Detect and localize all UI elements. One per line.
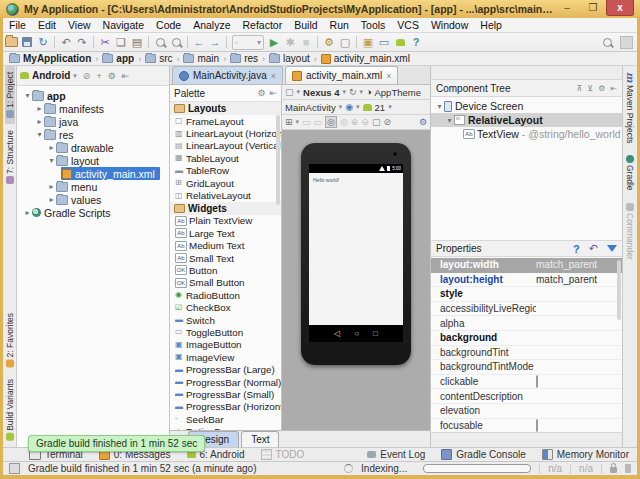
breadcrumb-activity-main-xml[interactable]: activity_main.xml xyxy=(319,53,412,64)
palette-item-imagebutton[interactable]: ▣ImageButton xyxy=(170,339,281,351)
zoom-in-icon[interactable]: ⊕ xyxy=(351,117,359,127)
focusable-checkbox[interactable] xyxy=(536,419,538,432)
component-node-textview[interactable]: AbTextView- @string/hello_world xyxy=(431,127,622,141)
expand-arrow-icon[interactable]: ▾ xyxy=(47,156,56,165)
close-tab-icon[interactable]: × xyxy=(271,71,276,81)
tool-button-structure[interactable]: 7: Structure xyxy=(5,124,15,190)
palette-item-small-button[interactable]: OKSmall Button xyxy=(170,277,281,289)
tree-node-java[interactable]: ▸java xyxy=(17,115,169,128)
menu-refactor[interactable]: Refactor xyxy=(237,18,289,32)
expand-arrow-icon[interactable]: ▾ xyxy=(445,116,454,125)
device-selector[interactable]: Nexus 4 xyxy=(303,87,339,98)
tool-button-maven-projects[interactable]: mMaven Projects xyxy=(625,66,636,149)
expand-all-icon[interactable]: ⊼ xyxy=(576,84,582,93)
chevron-down-icon[interactable]: ▾ xyxy=(73,72,77,80)
palette-item-linearlayout-v[interactable]: ▤LinearLayout (Vertical) xyxy=(170,140,281,152)
zoom-fit-icon[interactable]: ◎ xyxy=(340,117,348,127)
menu-navigate[interactable]: Navigate xyxy=(97,18,150,32)
settings-wrench-button[interactable]: ⚙ xyxy=(321,35,337,50)
palette-item-switch[interactable]: ▬Switch xyxy=(170,314,281,326)
find-in-path-button[interactable] xyxy=(168,35,184,50)
menu-edit[interactable]: Edit xyxy=(32,18,62,32)
menu-analyze[interactable]: Analyze xyxy=(187,18,236,32)
device-config-icon[interactable]: ▢ xyxy=(285,87,294,97)
project-structure-button[interactable]: ▢ xyxy=(337,35,353,50)
filter-icon[interactable]: ⊘ xyxy=(83,71,91,81)
collapse-arrow-icon[interactable]: ▸ xyxy=(47,182,56,191)
tab-activity-main-xml[interactable]: activity_main.xml× xyxy=(285,66,398,84)
palette-item-linearlayout-h[interactable]: ▥LinearLayout (Horizontal) xyxy=(170,127,281,139)
menu-file[interactable]: File xyxy=(3,18,32,32)
palette-item-medium-text[interactable]: AbMedium Text xyxy=(170,240,281,252)
property-row-accessibilityliveregion[interactable]: accessibilityLiveRegion xyxy=(431,302,622,317)
palette-item-plain-textview[interactable]: AbPlain TextView xyxy=(170,215,281,227)
orientation-icon[interactable]: ↻ xyxy=(349,87,357,97)
tree-node-manifests[interactable]: ▸manifests xyxy=(17,102,169,115)
locale-globe-icon[interactable]: ◉ xyxy=(345,102,353,112)
design-canvas[interactable]: 5:00 Hello world! ◁ ○ □ xyxy=(282,130,430,430)
palette-item-togglebutton[interactable]: ▭ToggleButton xyxy=(170,326,281,338)
help-icon[interactable]: ? xyxy=(573,243,580,255)
menu-code[interactable]: Code xyxy=(150,18,187,32)
collapse-arrow-icon[interactable]: ▸ xyxy=(23,208,32,217)
property-row-style[interactable]: style xyxy=(431,287,622,302)
sdk-manager-button[interactable]: ▣ xyxy=(360,35,376,50)
save-button[interactable] xyxy=(19,35,35,50)
tree-node-gradle-scripts[interactable]: ▸Gradle Scripts xyxy=(17,206,169,219)
palette-item-framelayout[interactable]: ▢FrameLayout xyxy=(170,115,281,127)
property-row-backgroundtintmode[interactable]: backgroundTintMode xyxy=(431,360,622,375)
palette-item-checkbox[interactable]: ☑CheckBox xyxy=(170,301,281,313)
find-button[interactable] xyxy=(152,35,168,50)
render-settings-gear-icon[interactable]: ⚙ xyxy=(419,117,427,127)
redo-button[interactable]: ↷ xyxy=(74,35,90,50)
breadcrumb-myapplication[interactable]: MyApplication xyxy=(7,53,93,64)
tab-text[interactable]: Text xyxy=(241,431,279,447)
breadcrumb-app[interactable]: app xyxy=(100,53,136,64)
palette-scrollbar[interactable] xyxy=(276,115,280,205)
palette-item-progressbar-normal[interactable]: ▬ProgressBar (Normal) xyxy=(170,376,281,388)
palette-item-progressbar-large[interactable]: ▬ProgressBar (Large) xyxy=(170,363,281,375)
tool-button-todo[interactable]: TODO xyxy=(261,449,305,460)
tool-button-gradle[interactable]: Gradle xyxy=(625,149,635,197)
toolwindow-switcher-icon[interactable] xyxy=(9,463,20,474)
palette-item-large-text[interactable]: AbLarge Text xyxy=(170,227,281,239)
run-configuration-combo[interactable]: ▫▾ xyxy=(232,35,264,50)
run-button[interactable]: ▶ xyxy=(266,35,282,50)
help-button[interactable]: ? xyxy=(408,35,424,50)
android-monitor-button[interactable] xyxy=(392,35,408,50)
open-button[interactable] xyxy=(3,35,19,50)
theme-selector[interactable]: AppTheme xyxy=(374,87,420,98)
stop-button[interactable]: ■ xyxy=(298,35,314,50)
palette-item-progressbar-small[interactable]: ▬ProgressBar (Small) xyxy=(170,388,281,400)
collapse-arrow-icon[interactable]: ▸ xyxy=(35,117,44,126)
property-row-clickable[interactable]: clickable xyxy=(431,375,622,390)
selected-mode-icon[interactable]: ◎ xyxy=(325,116,337,128)
property-row-alpha[interactable]: alpha xyxy=(431,316,622,331)
palette-item-imageview[interactable]: ▣ImageView xyxy=(170,351,281,363)
palette-item-seekbar[interactable]: ◦SeekBar xyxy=(170,413,281,425)
menu-tools[interactable]: Tools xyxy=(355,18,392,32)
forward-button[interactable]: → xyxy=(207,35,223,50)
breadcrumb-res[interactable]: res xyxy=(228,53,260,64)
filter-funnel-icon[interactable] xyxy=(607,245,617,252)
palette-item-button[interactable]: OKButton xyxy=(170,264,281,276)
api-level-selector[interactable]: 21 xyxy=(375,102,386,113)
layout-mode-icon[interactable]: ▭ xyxy=(302,117,311,127)
collapse-arrow-icon[interactable]: ▸ xyxy=(47,143,56,152)
tool-button-commander[interactable]: Commander xyxy=(625,197,635,266)
close-button[interactable]: x xyxy=(606,0,634,16)
minimize-button[interactable]: – xyxy=(554,0,580,15)
palette-item-small-text[interactable]: AbSmall Text xyxy=(170,252,281,264)
avd-manager-button[interactable]: ▭ xyxy=(376,35,392,50)
tree-node-app[interactable]: ▾app xyxy=(17,89,169,102)
collapse-all-icon[interactable]: ⊻ xyxy=(587,84,593,93)
tool-button-gradle-console[interactable]: Gradle Console xyxy=(441,449,525,460)
menu-run[interactable]: Run xyxy=(324,18,355,32)
zoom-variant-icon[interactable]: ⊞ xyxy=(285,117,293,127)
property-row-background[interactable]: background xyxy=(431,331,622,346)
search-everywhere-button[interactable] xyxy=(603,36,633,49)
property-row-focusable[interactable]: focusable xyxy=(431,419,622,433)
reset-icon[interactable]: ↶ xyxy=(589,242,598,255)
properties-scrollbar[interactable] xyxy=(617,260,621,320)
tree-node-menu[interactable]: ▸menu xyxy=(17,180,169,193)
